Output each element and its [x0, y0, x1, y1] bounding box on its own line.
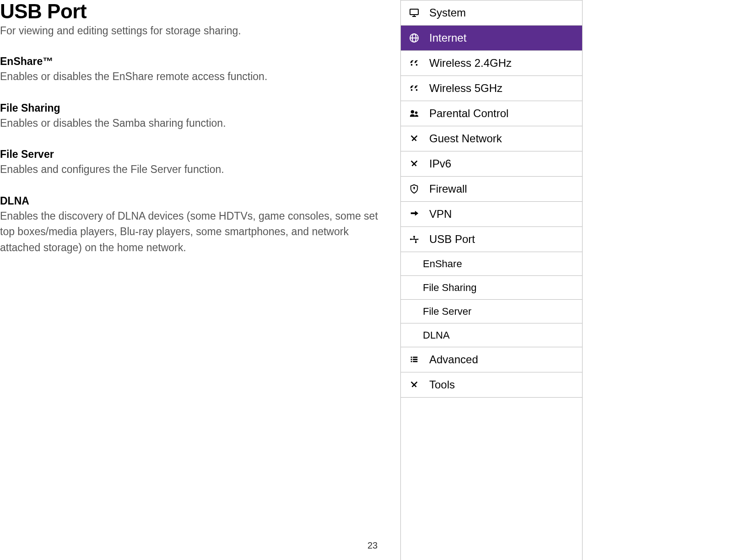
menu-item-guest[interactable]: Guest Network: [401, 126, 582, 151]
menu-label: Parental Control: [429, 107, 508, 120]
shield-icon: [407, 182, 421, 196]
menu-item-parental[interactable]: Parental Control: [401, 101, 582, 126]
submenu-label: File Sharing: [423, 282, 476, 294]
submenu-enshare[interactable]: EnShare: [401, 252, 582, 276]
section-heading: File Server: [0, 148, 391, 161]
menu-item-system[interactable]: System: [401, 0, 582, 26]
globe-icon: [407, 31, 421, 45]
svg-rect-0: [410, 9, 418, 15]
svg-point-6: [411, 64, 413, 66]
submenu-file-server[interactable]: File Server: [401, 300, 582, 323]
wifi-icon: [407, 56, 421, 70]
menu-item-wireless-24[interactable]: Wireless 2.4GHz: [401, 51, 582, 76]
menu-label: IPv6: [429, 157, 451, 170]
arrow-icon: [407, 207, 421, 221]
submenu-label: EnShare: [423, 258, 462, 270]
menu-item-firewall[interactable]: Firewall: [401, 177, 582, 202]
tools-icon: [407, 378, 421, 392]
svg-point-17: [415, 242, 417, 243]
svg-point-10: [411, 110, 414, 113]
usb-icon: [407, 232, 421, 246]
submenu-label: DLNA: [423, 329, 450, 341]
wifi-icon: [407, 81, 421, 95]
menu-label: Wireless 2.4GHz: [429, 57, 512, 70]
tools-icon: [407, 157, 421, 171]
menu-label: Wireless 5GHz: [429, 82, 502, 95]
list-icon: [407, 353, 421, 366]
svg-point-11: [415, 111, 418, 114]
section-heading: File Sharing: [0, 102, 391, 114]
svg-rect-21: [413, 359, 417, 360]
main-content: USB Port For viewing and editing setting…: [0, 0, 400, 560]
svg-rect-22: [411, 361, 412, 362]
section-desc: Enables and configures the File Server f…: [0, 162, 391, 178]
section-enshare: EnShare™ Enables or disables the EnShare…: [0, 55, 391, 85]
svg-rect-20: [411, 359, 412, 360]
svg-rect-19: [413, 357, 417, 358]
menu-label: Guest Network: [429, 132, 502, 145]
menu-item-vpn[interactable]: VPN: [401, 202, 582, 227]
users-icon: [407, 107, 421, 120]
menu-item-tools[interactable]: Tools: [401, 372, 582, 398]
page-title: USB Port: [0, 0, 391, 23]
svg-point-8: [411, 89, 413, 91]
sidebar-menu: System Internet Wireless 2.4GHz Wireless…: [400, 0, 583, 560]
section-file-sharing: File Sharing Enables or disables the Sam…: [0, 102, 391, 131]
page-number: 23: [367, 540, 378, 551]
section-heading: DLNA: [0, 195, 391, 207]
page-subtitle: For viewing and editing settings for sto…: [0, 25, 391, 37]
submenu-dlna[interactable]: DLNA: [401, 323, 582, 347]
menu-label: Advanced: [429, 353, 478, 366]
svg-point-9: [416, 89, 418, 91]
menu-label: USB Port: [429, 233, 475, 246]
menu-label: Firewall: [429, 183, 467, 195]
svg-rect-23: [413, 361, 417, 362]
submenu-label: File Server: [423, 306, 471, 318]
section-heading: EnShare™: [0, 55, 391, 68]
menu-item-usb[interactable]: USB Port: [401, 227, 582, 252]
tools-icon: [407, 132, 421, 145]
menu-label: Tools: [429, 378, 455, 391]
section-desc: Enables or disables the Samba sharing fu…: [0, 115, 391, 131]
menu-item-internet[interactable]: Internet: [401, 26, 582, 51]
svg-rect-18: [411, 357, 412, 358]
menu-item-advanced[interactable]: Advanced: [401, 347, 582, 372]
menu-label: VPN: [429, 208, 452, 221]
svg-rect-15: [413, 236, 415, 237]
section-dlna: DLNA Enables the discovery of DLNA devic…: [0, 195, 391, 256]
menu-label: Internet: [429, 32, 466, 44]
svg-point-7: [416, 64, 418, 66]
monitor-icon: [407, 6, 421, 20]
menu-label: System: [429, 6, 466, 19]
submenu-file-sharing[interactable]: File Sharing: [401, 276, 582, 300]
section-desc: Enables the discovery of DLNA devices (s…: [0, 208, 391, 256]
section-desc: Enables or disables the EnShare remote a…: [0, 69, 391, 85]
menu-item-ipv6[interactable]: IPv6: [401, 151, 582, 177]
menu-item-wireless-5[interactable]: Wireless 5GHz: [401, 76, 582, 101]
section-file-server: File Server Enables and configures the F…: [0, 148, 391, 178]
